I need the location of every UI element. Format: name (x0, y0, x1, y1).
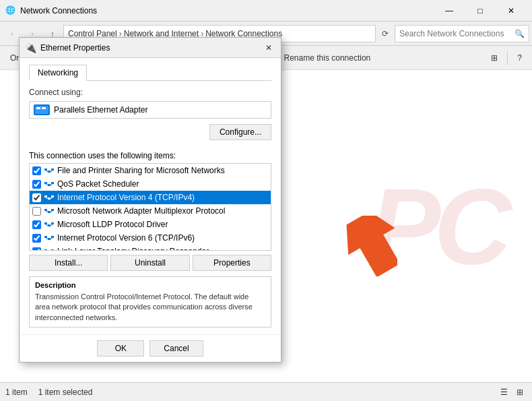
svg-rect-1 (36, 107, 40, 109)
ok-button[interactable]: OK (97, 340, 144, 357)
item-checkbox[interactable] (32, 247, 41, 251)
network-icon (44, 206, 55, 216)
uninstall-button[interactable]: Uninstall (110, 255, 189, 271)
item-checkbox[interactable] (32, 207, 41, 216)
items-list[interactable]: File and Printer Sharing for Microsoft N… (29, 163, 271, 251)
search-icon: 🔍 (514, 29, 525, 38)
watermark: PC (369, 164, 505, 288)
svg-rect-8 (44, 182, 47, 184)
title-bar: 🌐 Network Connections — □ ✕ (0, 0, 532, 22)
svg-rect-15 (51, 195, 54, 197)
window-title: Network Connections (20, 6, 434, 16)
minimize-button[interactable]: — (434, 0, 465, 22)
adapter-icon (34, 104, 50, 115)
dialog-close-button[interactable]: ✕ (262, 41, 275, 55)
item-checkbox[interactable] (32, 193, 41, 202)
refresh-button[interactable]: ⟳ (377, 25, 393, 42)
svg-rect-25 (51, 222, 54, 224)
connect-using-label: Connect using: (29, 88, 271, 97)
network-icon (44, 192, 55, 203)
configure-button[interactable]: Configure... (209, 124, 271, 140)
toolbar-right: ⊞ ? (485, 49, 528, 67)
tab-networking[interactable]: Networking (29, 65, 87, 81)
window-icon: 🌐 (5, 5, 16, 16)
svg-rect-0 (35, 106, 48, 114)
item-checkbox[interactable] (32, 220, 41, 229)
svg-rect-23 (44, 222, 47, 224)
list-item[interactable]: Link-Layer Topology Discovery Responder (30, 245, 271, 251)
list-item[interactable]: Internet Protocol Version 4 (TCP/IPv4) (30, 191, 271, 204)
svg-rect-33 (44, 249, 47, 251)
item-label: Internet Protocol Version 4 (TCP/IPv4) (57, 193, 195, 202)
svg-rect-3 (44, 168, 47, 171)
adapter-box: Parallels Ethernet Adapter (29, 101, 271, 119)
item-label: QoS Packet Scheduler (57, 179, 139, 189)
close-button[interactable]: ✕ (496, 0, 527, 22)
list-item[interactable]: Internet Protocol Version 6 (TCP/IPv6) (30, 231, 271, 245)
svg-rect-10 (51, 182, 54, 184)
svg-rect-28 (44, 236, 47, 238)
view-controls: ☰ ⊞ (497, 385, 527, 399)
list-item[interactable]: File and Printer Sharing for Microsoft N… (30, 164, 271, 177)
dialog-icon: 🔌 (25, 42, 36, 53)
item-checkbox[interactable] (32, 180, 41, 189)
dialog-title-bar: 🔌 Ethernet Properties ✕ (20, 38, 281, 58)
network-icon (44, 179, 55, 189)
items-label: This connection uses the following items… (29, 151, 271, 160)
install-button[interactable]: Install... (29, 255, 108, 271)
description-title: Description (35, 281, 265, 289)
svg-rect-30 (51, 236, 54, 238)
item-label: Link-Layer Topology Discovery Responder (57, 247, 209, 251)
grid-view-button[interactable]: ⊞ (513, 385, 527, 399)
view-button[interactable]: ⊞ (485, 49, 504, 67)
list-item[interactable]: Microsoft Network Adapter Multiplexor Pr… (30, 204, 271, 218)
list-item[interactable]: Microsoft LLDP Protocol Driver (30, 218, 271, 231)
list-view-button[interactable]: ☰ (497, 385, 510, 399)
item-label: Internet Protocol Version 6 (TCP/IPv6) (57, 233, 195, 243)
help-button[interactable]: ? (511, 49, 528, 67)
network-icon (44, 246, 55, 251)
item-checkbox[interactable] (32, 234, 41, 243)
svg-rect-18 (44, 209, 47, 211)
rename-button[interactable]: Rename this connection (278, 49, 377, 67)
search-bar[interactable]: 🔍 (395, 25, 529, 42)
network-icon (44, 165, 55, 176)
network-icon (44, 233, 55, 243)
svg-rect-5 (51, 168, 54, 171)
search-input[interactable] (399, 29, 514, 38)
action-buttons: Install... Uninstall Properties (29, 255, 271, 271)
dialog-body: Networking Connect using: Parallels Ethe… (20, 58, 281, 334)
properties-button[interactable]: Properties (193, 255, 271, 271)
item-count: 1 item (5, 388, 28, 397)
window-controls: — □ ✕ (434, 0, 527, 22)
dialog-title: Ethernet Properties (40, 43, 262, 53)
maximize-button[interactable]: □ (465, 0, 496, 22)
list-item[interactable]: QoS Packet Scheduler (30, 177, 271, 191)
dialog-footer: OK Cancel (20, 334, 281, 362)
item-selected: 1 item selected (38, 388, 93, 397)
tab-bar: Networking (29, 65, 271, 81)
svg-rect-35 (51, 249, 54, 251)
item-label: Microsoft Network Adapter Multiplexor Pr… (57, 206, 225, 216)
item-label: Microsoft LLDP Protocol Driver (57, 220, 168, 229)
svg-rect-20 (51, 209, 54, 211)
description-section: Description Transmission Control Protoco… (29, 276, 271, 328)
item-label: File and Printer Sharing for Microsoft N… (57, 166, 225, 175)
adapter-name: Parallels Ethernet Adapter (54, 105, 147, 115)
status-bar: 1 item 1 item selected ☰ ⊞ (0, 382, 532, 401)
item-checkbox[interactable] (32, 166, 41, 175)
svg-rect-13 (44, 195, 47, 197)
network-icon (44, 219, 55, 230)
ethernet-properties-dialog: 🔌 Ethernet Properties ✕ Networking Conne… (19, 37, 281, 363)
toolbar-sep2 (507, 51, 508, 65)
cancel-button[interactable]: Cancel (149, 340, 203, 357)
description-text: Transmission Control Protocol/Internet P… (35, 292, 265, 323)
svg-rect-2 (42, 107, 46, 109)
